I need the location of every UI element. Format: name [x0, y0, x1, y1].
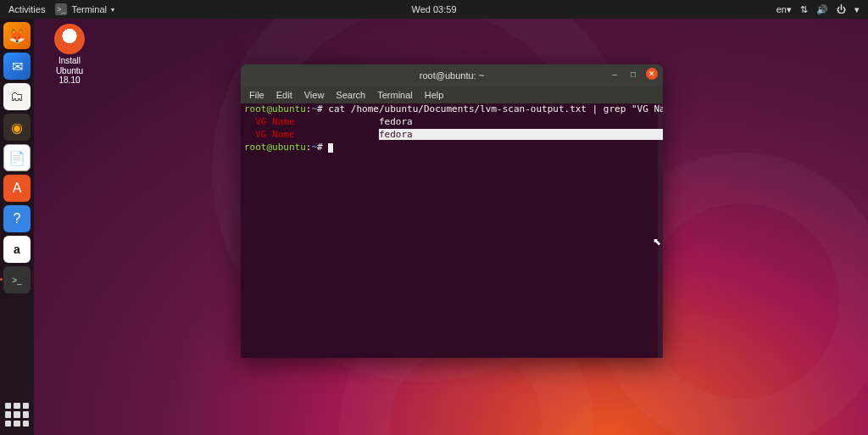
- menu-file[interactable]: File: [249, 90, 264, 100]
- output-value: fedora: [379, 116, 413, 127]
- dock-firefox[interactable]: 🦊: [3, 22, 31, 49]
- menu-help[interactable]: Help: [425, 90, 444, 100]
- dock-terminal[interactable]: >_: [3, 266, 31, 293]
- volume-icon[interactable]: 🔊: [816, 4, 828, 15]
- prompt-user: root@ubuntu: [244, 142, 306, 153]
- activities-button[interactable]: Activities: [8, 4, 45, 14]
- dock-rhythmbox[interactable]: ◉: [3, 114, 31, 141]
- terminal-body[interactable]: root@ubuntu:~# cat /home/ubuntu/Document…: [241, 103, 663, 358]
- selection-tail: [413, 129, 663, 140]
- menu-search[interactable]: Search: [336, 90, 365, 100]
- ubuntu-logo-icon: [54, 24, 85, 54]
- dock-thunderbird[interactable]: ✉: [3, 53, 31, 80]
- window-maximize-button[interactable]: □: [627, 68, 639, 80]
- terminal-scrollbar[interactable]: [658, 103, 663, 358]
- desktop-icon-label: Install Ubuntu 18.10: [44, 56, 95, 86]
- app-menu-label: Terminal: [71, 4, 107, 14]
- dock-files[interactable]: 🗂: [3, 83, 31, 110]
- output-label: VG Name: [255, 129, 294, 140]
- power-icon[interactable]: ⏻: [837, 4, 846, 14]
- terminal-icon: >_: [55, 3, 67, 15]
- window-title: root@ubuntu: ~: [420, 70, 484, 81]
- menu-edit[interactable]: Edit: [276, 90, 292, 100]
- chevron-down-icon: ▾: [111, 6, 114, 14]
- dock: 🦊 ✉ 🗂 ◉ 📄 A ? a >_: [0, 19, 34, 435]
- window-close-button[interactable]: ✕: [646, 68, 658, 80]
- menu-view[interactable]: View: [304, 90, 325, 100]
- terminal-menubar: File Edit View Search Terminal Help: [241, 86, 663, 103]
- terminal-command: cat /home/ubuntu/Documents/lvm-scan-outp…: [328, 103, 663, 114]
- dock-help[interactable]: ?: [3, 205, 31, 232]
- prompt-user: root@ubuntu: [244, 103, 306, 114]
- dock-amazon[interactable]: a: [3, 236, 31, 263]
- show-applications-button[interactable]: [5, 403, 29, 427]
- desktop-icon-install-ubuntu[interactable]: Install Ubuntu 18.10: [44, 24, 95, 86]
- top-bar: Activities >_ Terminal ▾ Wed 03:59 en▾ ⇅…: [0, 0, 868, 19]
- clock[interactable]: Wed 03:59: [411, 4, 456, 14]
- dock-software[interactable]: A: [3, 175, 31, 202]
- terminal-window: root@ubuntu: ~ – □ ✕ File Edit View Sear…: [241, 64, 663, 358]
- mouse-cursor-icon: ⬉: [653, 236, 661, 248]
- network-icon[interactable]: ⇅: [800, 4, 808, 15]
- output-value-selected: fedora: [379, 129, 413, 140]
- output-label: VG Name: [255, 116, 294, 127]
- chevron-down-icon[interactable]: ▾: [854, 4, 860, 15]
- lang-indicator[interactable]: en▾: [776, 4, 792, 15]
- terminal-cursor: [328, 143, 333, 153]
- dock-writer[interactable]: 📄: [3, 144, 31, 171]
- app-menu[interactable]: >_ Terminal ▾: [55, 3, 114, 15]
- window-titlebar[interactable]: root@ubuntu: ~ – □ ✕: [241, 64, 663, 86]
- window-minimize-button[interactable]: –: [609, 68, 620, 80]
- menu-terminal[interactable]: Terminal: [377, 90, 413, 100]
